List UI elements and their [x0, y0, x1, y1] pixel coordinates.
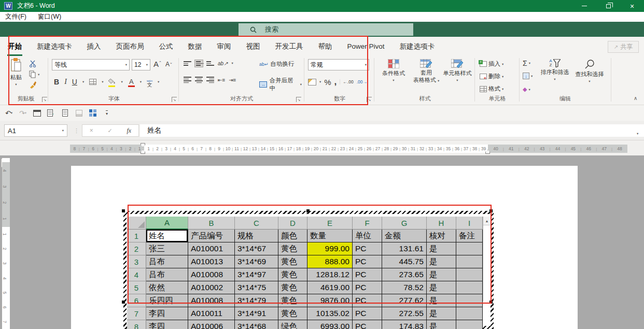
autosum-button[interactable]: Σ ▾ — [523, 59, 530, 67]
tab-公式-4[interactable]: 公式 — [159, 37, 174, 56]
column-header-F[interactable]: F — [353, 217, 382, 230]
conditional-formatting-button[interactable]: 条件格式 ▾ — [377, 59, 410, 82]
insert-cells-button[interactable]: + 插入 ▾ — [480, 60, 503, 68]
accounting-format-button[interactable] — [308, 79, 316, 85]
insert-function-button[interactable]: fx — [127, 127, 131, 135]
cell-G4[interactable]: 273.65 — [382, 268, 427, 281]
cell-styles-button[interactable]: 单元格样式 ▾ — [442, 59, 473, 82]
cell-H7[interactable]: 是 — [427, 307, 456, 320]
tab-Power Pivot-10[interactable]: Power Pivot — [347, 38, 385, 55]
cell-B6[interactable]: A010008 — [188, 294, 235, 307]
column-header-D[interactable]: D — [278, 217, 307, 230]
undo-button[interactable]: ↶▾ — [4, 109, 13, 117]
tab-帮助-9[interactable]: 帮助 — [318, 37, 333, 56]
cell-C8[interactable]: 3*14*68 — [235, 320, 278, 329]
tab-开发工具-8[interactable]: 开发工具 — [275, 37, 304, 56]
tab-开始-0[interactable]: 开始 — [7, 37, 22, 56]
collapse-ribbon-button[interactable]: ∧ — [634, 95, 637, 101]
column-header-I[interactable]: I — [456, 217, 483, 230]
shrink-font-button[interactable]: A⌄ — [165, 61, 173, 68]
cell-A5[interactable]: 依然 — [146, 281, 188, 294]
tab-数据-5[interactable]: 数据 — [188, 37, 203, 56]
font-size-select[interactable]: 12▾ — [132, 59, 150, 70]
cell-C3[interactable]: 3*14*69 — [235, 255, 278, 268]
italic-button[interactable]: I — [64, 78, 67, 86]
cell-D3[interactable]: 黄色 — [278, 255, 307, 268]
percent-style-button[interactable]: % — [324, 78, 331, 87]
cell-F3[interactable]: PC — [353, 255, 382, 268]
bottom-align-button[interactable] — [206, 61, 214, 66]
minimize-button[interactable] — [572, 0, 596, 12]
select-all-corner[interactable] — [127, 217, 146, 230]
phonetic-guide-button[interactable]: wén 文 — [147, 78, 152, 87]
cell-A3[interactable]: 吕布 — [146, 255, 188, 268]
font-color-button[interactable]: A — [128, 77, 135, 87]
menu-window[interactable]: 窗口(W) — [38, 12, 61, 21]
increase-decimal-button[interactable]: ←.00 — [340, 79, 353, 84]
increase-indent-button[interactable]: ⇥≡ — [229, 77, 236, 83]
sort-filter-button[interactable]: AZ 排序和筛选 ▾ — [538, 59, 571, 81]
cell-E7[interactable]: 10135.02 — [307, 307, 353, 320]
object-handle-middle-left[interactable] — [122, 301, 125, 304]
cell-B7[interactable]: A010011 — [188, 307, 235, 320]
save-button[interactable] — [74, 109, 83, 117]
restore-button[interactable] — [596, 0, 620, 12]
cell-C6[interactable]: 3*14*79 — [235, 294, 278, 307]
font-dialog-launcher[interactable]: ↘ — [172, 97, 177, 102]
cell-D5[interactable]: 黄色 — [278, 281, 307, 294]
grow-font-button[interactable]: A⌃ — [153, 60, 162, 68]
cell-I2[interactable] — [456, 242, 483, 255]
row-header-7[interactable]: 7 — [127, 307, 146, 320]
cell-B8[interactable]: A010006 — [188, 320, 235, 329]
cell-F6[interactable]: PC — [353, 294, 382, 307]
cell-D6[interactable]: 黄色 — [278, 294, 307, 307]
cell-I7[interactable] — [456, 307, 483, 320]
bold-button[interactable]: B — [54, 78, 59, 86]
cell-C2[interactable]: 3*14*67 — [235, 242, 278, 255]
cell-F2[interactable]: PC — [353, 242, 382, 255]
cell-G1[interactable]: 金额 — [382, 230, 427, 242]
tab-插入-2[interactable]: 插入 — [87, 37, 102, 56]
cell-D2[interactable]: 黄色 — [278, 242, 307, 255]
cell-A6[interactable]: 乐四四 — [146, 294, 188, 307]
clear-button[interactable]: ◆ ▾ — [523, 86, 530, 93]
underline-button[interactable]: U — [72, 78, 77, 86]
number-dialog-launcher[interactable]: ↘ — [367, 97, 372, 102]
cell-I8[interactable] — [456, 320, 483, 329]
borders-button[interactable] — [89, 79, 96, 85]
row-header-6[interactable]: 6 — [127, 294, 146, 307]
cell-G3[interactable]: 445.75 — [382, 255, 427, 268]
cell-C5[interactable]: 3*14*75 — [235, 281, 278, 294]
view-grid-button[interactable] — [88, 109, 97, 117]
redo-button[interactable]: ↷▾ — [18, 109, 27, 117]
row-header-8[interactable]: 8 — [127, 320, 146, 329]
share-button[interactable]: ↗ 共享 — [608, 41, 639, 53]
cell-I4[interactable] — [456, 268, 483, 281]
merge-center-button[interactable]: ↔ 合并后居中 ▾ — [259, 77, 302, 92]
font-name-select[interactable]: 等线▾ — [52, 59, 130, 70]
column-header-E[interactable]: E — [307, 217, 353, 230]
cell-H5[interactable]: 是 — [427, 281, 456, 294]
middle-align-button[interactable] — [195, 60, 203, 67]
number-format-select[interactable]: 常规▾ — [308, 59, 369, 70]
cell-I1[interactable]: 备注 — [456, 230, 483, 242]
close-button[interactable]: × — [620, 0, 644, 12]
object-vertical-scrollbar[interactable]: ▲ — [483, 217, 491, 302]
cell-I5[interactable] — [456, 281, 483, 294]
menu-file[interactable]: 文件(F) — [5, 12, 26, 21]
cell-D8[interactable]: 绿色 — [278, 320, 307, 329]
cell-C7[interactable]: 3*14*91 — [235, 307, 278, 320]
name-box[interactable]: A1 ▾ — [4, 124, 67, 137]
object-handle-middle-right[interactable] — [489, 301, 493, 304]
orientation-button[interactable]: ab↗ — [218, 61, 228, 66]
top-align-button[interactable] — [184, 61, 191, 66]
column-header-H[interactable]: H — [427, 217, 456, 230]
alignment-dialog-launcher[interactable]: ↘ — [296, 97, 301, 102]
cell-H2[interactable]: 是 — [427, 242, 456, 255]
format-cells-button[interactable]: 格式 ▾ — [480, 85, 503, 93]
formula-bar-input[interactable]: 姓名 — [140, 124, 644, 137]
cell-E5[interactable]: 4619.00 — [307, 281, 353, 294]
comma-style-button[interactable]: , — [334, 77, 337, 87]
cell-D1[interactable]: 颜色 — [278, 230, 307, 242]
fill-button[interactable]: ↓ ▾ — [523, 73, 533, 79]
